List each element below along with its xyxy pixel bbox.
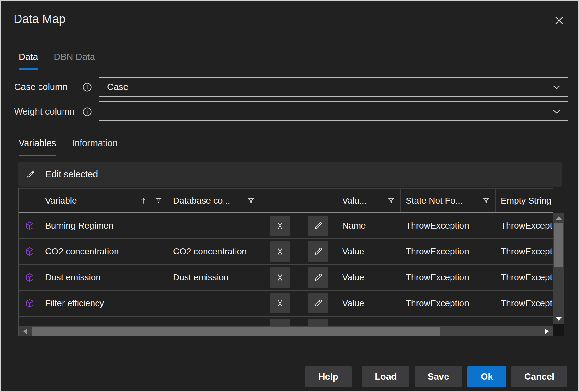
- header-edit-column: [299, 189, 337, 212]
- state-not-found-cell: ThrowException: [401, 246, 496, 257]
- case-column-label: Case column: [14, 82, 68, 92]
- vertical-scrollbar-thumb[interactable]: [554, 223, 563, 267]
- remove-mapping-button[interactable]: [270, 216, 290, 236]
- edit-selected-label: Edit selected: [45, 169, 98, 180]
- edit-row-button[interactable]: [308, 241, 328, 262]
- case-column-value: Case: [107, 82, 128, 92]
- variable-node-icon: [25, 246, 35, 257]
- variable-node-icon: [25, 272, 35, 282]
- state-not-found-cell: ThrowException: [401, 272, 496, 282]
- remove-mapping-button[interactable]: [270, 319, 290, 326]
- filter-icon[interactable]: [482, 197, 490, 205]
- table-row[interactable]: Burning Regimen Name ThrowException Thro…: [19, 213, 553, 239]
- close-button[interactable]: [551, 12, 567, 29]
- edit-row-button[interactable]: [308, 216, 328, 236]
- header-icon-column: [19, 189, 40, 212]
- header-state-not-found[interactable]: State Not Fo...: [401, 189, 496, 212]
- sort-ascending-icon[interactable]: [139, 197, 147, 205]
- help-button[interactable]: Help: [305, 366, 352, 387]
- table-header: Variable Database co...: [19, 188, 553, 213]
- empty-string-cell: ThrowException: [496, 298, 553, 308]
- header-database-column[interactable]: Database co...: [168, 189, 260, 212]
- load-button[interactable]: Load: [362, 366, 409, 387]
- variable-cell: Filter efficiency: [40, 298, 168, 308]
- weight-column-label: Weight column: [14, 106, 75, 117]
- scrollbar-corner: [553, 324, 564, 336]
- inner-tab-bar: Variables Information: [19, 138, 118, 156]
- scroll-left-arrow-icon[interactable]: [19, 326, 32, 336]
- database-column-cell: Dust emission: [168, 272, 260, 282]
- footer-button-bar: Help Load Save Ok Cancel: [1, 366, 578, 387]
- value-cell: Name: [337, 221, 401, 231]
- chevron-down-icon: [551, 82, 562, 92]
- variable-cell: CO2 concentration: [40, 246, 168, 257]
- edit-selected-button[interactable]: Edit selected: [18, 162, 562, 187]
- top-tab-bar: Data DBN Data: [19, 51, 95, 70]
- tab-dbn-data[interactable]: DBN Data: [54, 51, 95, 70]
- remove-mapping-button[interactable]: [270, 293, 290, 313]
- table-row[interactable]: Dust emission Dust emission Value ThrowE…: [19, 265, 553, 291]
- variable-cell: Dust emission: [40, 272, 168, 282]
- empty-string-cell: ThrowException: [496, 272, 553, 282]
- scroll-down-arrow-icon[interactable]: [556, 317, 562, 321]
- variable-node-icon: [25, 221, 35, 231]
- table-row[interactable]: Filter efficiency Value ThrowException T…: [19, 291, 553, 317]
- value-cell: Value: [337, 298, 401, 308]
- remove-mapping-button[interactable]: [270, 267, 290, 288]
- scroll-up-arrow-icon[interactable]: [556, 216, 562, 220]
- ok-button[interactable]: Ok: [467, 366, 506, 387]
- state-not-found-cell: ThrowException: [401, 298, 496, 308]
- pencil-icon: [26, 169, 35, 179]
- table-body: Burning Regimen Name ThrowException Thro…: [19, 213, 553, 326]
- variable-cell: Burning Regimen: [40, 221, 168, 231]
- save-button[interactable]: Save: [415, 366, 462, 387]
- remove-mapping-button[interactable]: [270, 241, 290, 262]
- tab-data[interactable]: Data: [19, 51, 38, 70]
- header-value[interactable]: Valu...: [337, 189, 401, 212]
- database-column-cell: CO2 concentration: [168, 246, 260, 257]
- info-icon[interactable]: [82, 82, 92, 92]
- close-icon: [553, 14, 565, 27]
- header-variable[interactable]: Variable: [40, 189, 168, 212]
- case-column-dropdown[interactable]: Case: [99, 77, 568, 97]
- cancel-button[interactable]: Cancel: [511, 366, 567, 387]
- edit-row-button[interactable]: [308, 267, 328, 288]
- table-row-partial[interactable]: [19, 317, 553, 326]
- edit-row-button[interactable]: [308, 293, 328, 313]
- state-not-found-cell: ThrowException: [401, 221, 496, 231]
- tab-information[interactable]: Information: [72, 138, 118, 156]
- chevron-down-icon: [551, 106, 562, 116]
- data-map-dialog: Data Map Data DBN Data Case column Case …: [0, 0, 579, 392]
- filter-icon[interactable]: [247, 197, 255, 205]
- value-cell: Value: [337, 272, 401, 282]
- filter-icon[interactable]: [387, 197, 395, 205]
- empty-string-cell: ThrowException: [496, 221, 553, 231]
- info-icon[interactable]: [82, 107, 92, 116]
- filter-icon[interactable]: [154, 197, 163, 205]
- header-empty-string[interactable]: Empty String: [496, 189, 553, 212]
- empty-string-cell: ThrowException: [496, 246, 553, 257]
- table-row[interactable]: CO2 concentration CO2 concentration Valu…: [19, 239, 553, 265]
- dialog-title: Data Map: [14, 12, 66, 26]
- vertical-scrollbar[interactable]: [553, 213, 564, 324]
- horizontal-scrollbar-thumb[interactable]: [32, 327, 440, 336]
- weight-column-dropdown[interactable]: [99, 101, 568, 121]
- header-delete-column: [260, 189, 299, 212]
- edit-row-button[interactable]: [308, 319, 328, 326]
- scroll-right-arrow-icon[interactable]: [540, 326, 553, 336]
- value-cell: Value: [337, 246, 401, 257]
- variable-node-icon: [25, 298, 35, 308]
- horizontal-scrollbar[interactable]: [19, 326, 553, 336]
- variables-table: Variable Database co...: [18, 188, 564, 336]
- tab-variables[interactable]: Variables: [19, 138, 56, 156]
